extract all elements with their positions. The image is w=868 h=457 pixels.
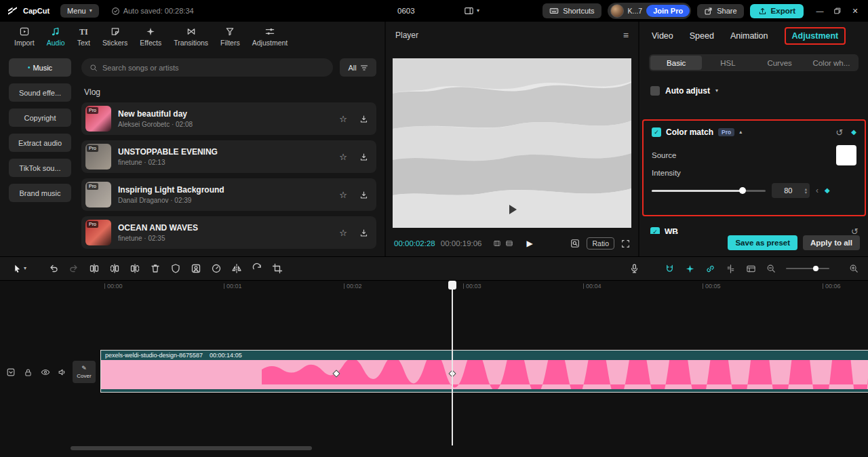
- zoom-out-icon[interactable]: [766, 264, 776, 273]
- source-swatch[interactable]: [836, 145, 856, 165]
- subtab-basic[interactable]: Basic: [650, 56, 702, 70]
- intensity-slider[interactable]: [652, 186, 766, 195]
- delete-right-button[interactable]: [125, 257, 145, 280]
- tab-video[interactable]: Video: [652, 31, 673, 41]
- export-button[interactable]: Export: [750, 4, 804, 18]
- playhead-handle[interactable]: [448, 281, 456, 290]
- download-icon[interactable]: [359, 115, 368, 123]
- redo-button[interactable]: [64, 257, 84, 280]
- stepper-down-icon[interactable]: ▾: [805, 191, 807, 194]
- track-mute-icon[interactable]: [57, 367, 68, 378]
- section-checkbox[interactable]: ✓: [650, 227, 660, 234]
- intensity-value-box[interactable]: 80 ▴ ▾: [772, 183, 810, 198]
- chevron-down-icon[interactable]: ▾: [715, 88, 718, 94]
- favorite-star-icon[interactable]: ☆: [339, 153, 347, 161]
- favorite-star-icon[interactable]: ☆: [339, 228, 347, 237]
- sidebar-item-tiktok-sounds[interactable]: TikTok sou...: [9, 159, 71, 177]
- avatar[interactable]: [610, 4, 624, 18]
- crop-button[interactable]: [267, 257, 288, 280]
- mask-button[interactable]: [165, 257, 186, 280]
- stepper-arrows[interactable]: ▴ ▾: [805, 187, 807, 194]
- subtab-hsl[interactable]: HSL: [702, 56, 753, 70]
- tab-stickers[interactable]: Stickers: [96, 26, 134, 47]
- layout-switcher[interactable]: ▾: [464, 0, 479, 22]
- subtab-curves[interactable]: Curves: [754, 56, 806, 70]
- tab-filters[interactable]: Filters: [214, 26, 246, 47]
- select-tool-button[interactable]: ▾: [5, 257, 34, 280]
- zoom-slider-thumb[interactable]: [813, 266, 818, 271]
- track-lock-icon[interactable]: [22, 367, 33, 378]
- tab-adjustment[interactable]: Adjustment: [246, 26, 294, 47]
- track-visibility-icon[interactable]: [40, 367, 51, 378]
- fullscreen-icon[interactable]: [621, 239, 630, 248]
- share-button[interactable]: Share: [697, 4, 743, 18]
- mirror-button[interactable]: [226, 257, 247, 280]
- shortcuts-button[interactable]: Shortcuts: [542, 3, 601, 18]
- apply-to-all-button[interactable]: Apply to all: [803, 235, 860, 250]
- rotate-button[interactable]: [247, 257, 267, 280]
- menu-button[interactable]: Menu ▾: [60, 4, 99, 18]
- play-button[interactable]: ▶: [527, 239, 533, 247]
- zoom-fit-icon[interactable]: [570, 239, 580, 248]
- preview-axis-toggle[interactable]: [726, 264, 736, 274]
- sidebar-item-brand-music[interactable]: Brand music: [9, 184, 71, 202]
- account-pill[interactable]: K...7 Join Pro: [608, 3, 692, 19]
- search-bar[interactable]: [81, 58, 333, 77]
- sidebar-item-extract-audio[interactable]: Extract audio: [9, 134, 71, 152]
- tab-adjustment-active[interactable]: Adjustment: [785, 27, 846, 45]
- sidebar-item-music[interactable]: • Music: [9, 58, 71, 77]
- zoom-in-icon[interactable]: [849, 264, 859, 273]
- video-clip[interactable]: pexels-weldi-studio-design-8675587 00:00…: [100, 350, 868, 393]
- filter-all-button[interactable]: All: [340, 58, 376, 77]
- track-expand-icon[interactable]: [5, 367, 16, 378]
- song-row[interactable]: Pro OCEAN AND WAVES finetune · 02:35 ☆: [81, 216, 376, 249]
- favorite-star-icon[interactable]: ☆: [339, 115, 347, 123]
- song-row[interactable]: Pro UNSTOPPABLE EVENING finetune · 02:13…: [81, 140, 376, 173]
- auto-snap-toggle[interactable]: [685, 264, 695, 274]
- song-row[interactable]: Pro New beautiful day Aleksei Gorobetc ·…: [81, 102, 376, 135]
- frame-grid-icon[interactable]: [493, 239, 501, 247]
- timeline-zoom-slider[interactable]: [786, 265, 829, 272]
- sidebar-item-copyright[interactable]: Copyright: [9, 108, 71, 127]
- cutout-button[interactable]: [186, 257, 206, 280]
- auto-adjust-checkbox[interactable]: [650, 86, 660, 96]
- join-pro-button[interactable]: Join Pro: [646, 5, 690, 17]
- add-keyframe-icon[interactable]: ◆: [825, 187, 830, 194]
- player-menu-icon[interactable]: ≡: [623, 31, 629, 40]
- delete-left-button[interactable]: [104, 257, 125, 280]
- reset-icon[interactable]: ↺: [835, 128, 843, 137]
- tab-effects[interactable]: Effects: [134, 26, 167, 47]
- tab-speed[interactable]: Speed: [690, 31, 714, 41]
- frame-list-icon[interactable]: [505, 239, 513, 247]
- tab-audio[interactable]: Audio: [41, 26, 71, 47]
- linkage-toggle[interactable]: [705, 264, 715, 274]
- speed-button[interactable]: [206, 257, 226, 280]
- download-icon[interactable]: [359, 191, 368, 199]
- favorite-star-icon[interactable]: ☆: [339, 191, 347, 199]
- close-button[interactable]: ✕: [846, 0, 864, 22]
- search-input[interactable]: [102, 64, 325, 72]
- color-match-checkbox[interactable]: ✓: [652, 127, 661, 137]
- tab-transitions[interactable]: Transitions: [167, 26, 214, 47]
- reset-icon[interactable]: ↺: [851, 227, 859, 234]
- cover-button[interactable]: ✎ Cover: [73, 361, 96, 383]
- save-as-preset-button[interactable]: Save as preset: [728, 235, 797, 250]
- horizontal-scrollbar[interactable]: [71, 446, 312, 450]
- sidebar-item-sound-effects[interactable]: Sound effe...: [9, 83, 71, 102]
- record-voiceover-button[interactable]: [629, 263, 639, 274]
- prev-keyframe-icon[interactable]: ‹: [816, 186, 818, 195]
- subtab-color-wheels[interactable]: Color wh...: [806, 56, 857, 70]
- split-button[interactable]: [84, 257, 104, 280]
- song-row[interactable]: Pro Inspiring Light Background Danail Dr…: [81, 178, 376, 211]
- tab-text[interactable]: TI Text: [71, 27, 96, 47]
- tab-import[interactable]: Import: [8, 26, 41, 47]
- main-track-magnet-toggle[interactable]: [665, 264, 675, 274]
- restore-button[interactable]: [829, 0, 846, 22]
- download-icon[interactable]: [359, 228, 368, 237]
- playhead-line[interactable]: [452, 287, 453, 445]
- intensity-slider-thumb[interactable]: [739, 187, 746, 194]
- render-preview-toggle[interactable]: [746, 264, 756, 274]
- download-icon[interactable]: [359, 153, 368, 161]
- ratio-button[interactable]: Ratio: [587, 237, 614, 250]
- undo-button[interactable]: [43, 257, 64, 280]
